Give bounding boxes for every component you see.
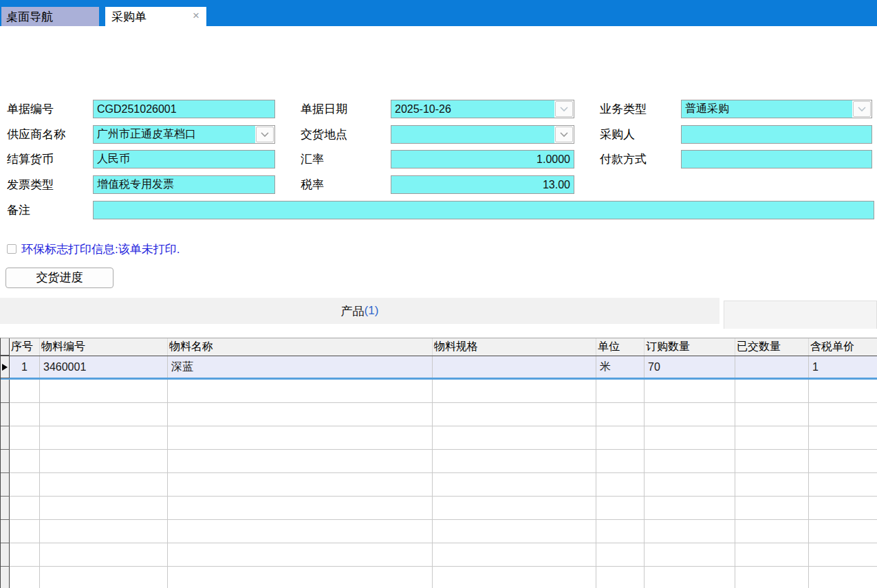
table-row[interactable] <box>1 543 877 567</box>
grid-cell[interactable]: 深蓝 <box>168 356 433 378</box>
grid-cell[interactable] <box>40 473 168 496</box>
row-selector[interactable] <box>1 473 10 497</box>
grid-cell[interactable] <box>809 497 877 519</box>
grid-cell[interactable] <box>433 356 596 378</box>
table-row[interactable] <box>1 403 877 426</box>
grid-cell[interactable] <box>10 543 40 566</box>
exchange-rate-input[interactable] <box>391 150 574 168</box>
dropdown-button[interactable] <box>256 127 274 142</box>
row-selector[interactable] <box>1 426 10 450</box>
grid-cell[interactable] <box>645 426 735 449</box>
table-row[interactable] <box>1 567 877 588</box>
column-header[interactable]: 已交数量 <box>735 338 809 356</box>
eco-print-checkbox[interactable] <box>7 244 17 254</box>
grid-cell[interactable] <box>735 380 809 402</box>
delivery-progress-button[interactable]: 交货进度 <box>6 268 113 288</box>
grid-cell[interactable] <box>596 450 645 472</box>
grid-cell[interactable] <box>10 473 40 496</box>
payment-method-input[interactable] <box>681 150 872 168</box>
dropdown-button[interactable] <box>555 101 573 117</box>
grid-cell[interactable] <box>596 543 645 566</box>
grid-cell[interactable]: 1 <box>10 356 40 378</box>
column-header[interactable]: 单位 <box>596 338 645 356</box>
table-row[interactable] <box>1 497 877 520</box>
grid-cell[interactable] <box>40 426 168 449</box>
grid-cell[interactable] <box>809 543 877 566</box>
grid-cell[interactable] <box>735 356 809 378</box>
grid-cell[interactable] <box>433 380 596 402</box>
supplier-combobox[interactable] <box>93 125 275 144</box>
delivery-place-input[interactable] <box>391 126 554 143</box>
row-selector[interactable] <box>1 403 10 426</box>
column-header[interactable]: 含税单价 <box>809 338 877 356</box>
grid-cell[interactable] <box>735 567 809 588</box>
tab-product[interactable]: 产品(1) <box>0 298 719 324</box>
secondary-tab-panel[interactable] <box>724 301 877 329</box>
grid-cell[interactable] <box>433 426 596 449</box>
grid-cell[interactable] <box>168 380 433 402</box>
grid-cell[interactable] <box>433 543 596 566</box>
grid-cell[interactable] <box>809 426 877 449</box>
invoice-type-input[interactable] <box>93 175 275 194</box>
grid-cell[interactable] <box>40 520 168 543</box>
grid-cell[interactable] <box>596 520 645 543</box>
grid-cell[interactable] <box>40 450 168 472</box>
grid-cell[interactable] <box>645 473 735 496</box>
grid-cell[interactable] <box>40 403 168 426</box>
grid-cell[interactable] <box>809 380 877 402</box>
supplier-input[interactable] <box>94 126 255 143</box>
grid-cell[interactable] <box>433 520 596 543</box>
grid-cell[interactable] <box>40 543 168 566</box>
grid-cell[interactable] <box>596 473 645 496</box>
grid-cell[interactable] <box>645 450 735 472</box>
tab-purchase-order[interactable]: 采购单 × <box>105 7 206 26</box>
row-selector[interactable] <box>1 497 10 520</box>
grid-cell[interactable] <box>433 567 596 588</box>
grid-cell[interactable] <box>168 426 433 449</box>
grid-cell[interactable] <box>735 520 809 543</box>
dropdown-button[interactable] <box>853 101 871 117</box>
table-row[interactable]: 13460001深蓝米701 <box>1 356 877 380</box>
grid-cell[interactable]: 3460001 <box>40 356 168 378</box>
table-row[interactable] <box>1 520 877 543</box>
biz-type-input[interactable] <box>682 100 852 118</box>
grid-cell[interactable] <box>433 497 596 519</box>
grid-cell[interactable] <box>735 473 809 496</box>
row-selector[interactable] <box>1 380 10 403</box>
table-row[interactable] <box>1 473 877 497</box>
grid-cell[interactable] <box>168 543 433 566</box>
grid-cell[interactable] <box>735 450 809 472</box>
column-header[interactable]: 物料规格 <box>433 338 596 356</box>
grid-cell[interactable] <box>168 567 433 588</box>
grid-cell[interactable] <box>735 497 809 519</box>
grid-cell[interactable] <box>168 473 433 496</box>
grid-cell[interactable]: 70 <box>645 356 735 378</box>
doc-date-combobox[interactable] <box>391 100 574 118</box>
row-selector[interactable] <box>1 450 10 473</box>
grid-cell[interactable] <box>10 426 40 449</box>
grid-cell[interactable] <box>809 473 877 496</box>
grid-cell[interactable] <box>10 520 40 543</box>
dropdown-button[interactable] <box>555 127 573 142</box>
grid-cell[interactable] <box>645 497 735 519</box>
grid-cell[interactable] <box>10 567 40 588</box>
doc-no-input[interactable] <box>93 100 275 118</box>
grid-cell[interactable] <box>10 497 40 519</box>
grid-cell[interactable] <box>40 497 168 519</box>
grid-cell[interactable] <box>645 567 735 588</box>
grid-cell[interactable] <box>809 567 877 588</box>
grid-cell[interactable] <box>168 403 433 426</box>
grid-cell[interactable] <box>645 520 735 543</box>
grid-cell[interactable]: 米 <box>596 356 645 378</box>
grid-cell[interactable] <box>10 380 40 402</box>
grid-cell[interactable] <box>596 380 645 402</box>
table-row[interactable] <box>1 380 877 403</box>
grid-cell[interactable] <box>735 426 809 449</box>
tab-desktop-navigation[interactable]: 桌面导航 <box>1 7 99 26</box>
grid-cell[interactable] <box>40 380 168 402</box>
grid-cell[interactable] <box>433 403 596 426</box>
row-selector[interactable] <box>1 567 10 588</box>
grid-cell[interactable] <box>168 520 433 543</box>
delivery-place-combobox[interactable] <box>391 125 574 144</box>
grid-cell[interactable] <box>645 380 735 402</box>
